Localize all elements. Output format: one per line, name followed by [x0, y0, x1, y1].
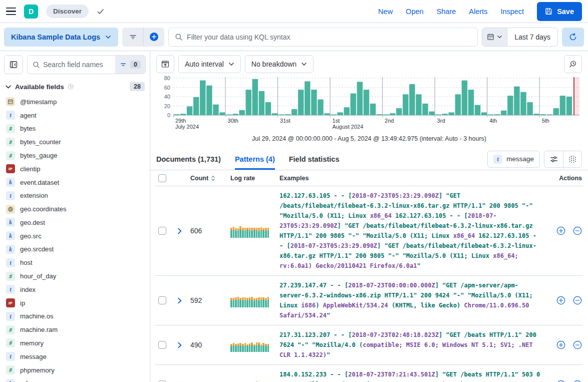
field-item-geo.dest[interactable]: kgeo.dest — [5, 216, 145, 229]
pattern-row: 59227.239.147.47 - - [2018-07-23T00:00:0… — [155, 276, 583, 325]
date-picker-calendar-button[interactable] — [482, 28, 507, 46]
field-search-input[interactable] — [43, 61, 115, 69]
row-checkbox[interactable] — [158, 296, 166, 304]
filter-for-pattern-icon[interactable] — [556, 296, 565, 305]
available-fields-label: Available fields — [15, 83, 64, 91]
pattern-example: 162.127.63.105 - - [2018-07-23T05:23:29.… — [279, 191, 551, 271]
data-view-picker[interactable]: Kibana Sample Data Logs — [4, 28, 118, 47]
svg-text:5th: 5th — [542, 118, 549, 124]
svg-text:40: 40 — [164, 94, 170, 100]
expand-row-chevron-icon[interactable] — [173, 378, 185, 382]
field-name: extension — [20, 192, 48, 199]
field-item-host[interactable]: thost — [5, 256, 145, 269]
search-icon — [28, 61, 43, 69]
date-picker: Last 7 days — [482, 28, 558, 47]
nav-link-alerts[interactable]: Alerts — [469, 8, 487, 16]
column-count[interactable]: Count — [190, 175, 230, 182]
field-filters-button[interactable]: 0 — [115, 56, 145, 74]
filter-for-pattern-icon[interactable] — [556, 340, 565, 349]
chevron-down-icon — [228, 61, 234, 67]
nav-link-new[interactable]: New — [378, 8, 393, 16]
toggle-chart-button[interactable] — [156, 55, 174, 73]
field-item-index[interactable]: tindex — [5, 283, 145, 296]
time-range-value[interactable]: Last 7 days — [507, 28, 557, 46]
expand-row-chevron-icon[interactable] — [173, 339, 185, 351]
field-item-geo.src[interactable]: kgeo.src — [5, 229, 145, 243]
field-item-memory[interactable]: #memory — [5, 336, 145, 350]
filter-for-pattern-icon[interactable] — [556, 226, 565, 235]
chevron-down-icon — [105, 34, 111, 40]
field-item-message[interactable]: tmessage — [5, 350, 145, 363]
filter-icon[interactable] — [122, 28, 143, 47]
svg-text:July 2024: July 2024 — [175, 124, 199, 130]
nav-link-open[interactable]: Open — [406, 8, 423, 16]
refresh-icon — [569, 33, 577, 41]
field-item-bytes_gauge[interactable]: #bytes_gauge — [5, 149, 145, 162]
log-rate-sparkline — [230, 377, 272, 382]
pattern-field-value: message — [506, 155, 534, 163]
available-fields-header[interactable]: Available fields 28 — [5, 82, 145, 91]
results-tabs: Documents (1,731) Patterns (4) Field sta… — [150, 148, 588, 170]
field-item-geo.coordinates[interactable]: geo.coordinates — [5, 202, 145, 216]
field-item-agent[interactable]: tagent — [5, 109, 145, 122]
keyword-field-icon: k — [6, 379, 15, 382]
field-item-@timestamp[interactable]: @timestamp — [5, 95, 145, 109]
field-item-bytes_counter[interactable]: #bytes_counter — [5, 135, 145, 149]
refresh-button[interactable] — [562, 28, 584, 47]
expand-icon[interactable] — [563, 151, 581, 167]
field-name: phpmemory — [20, 366, 55, 374]
field-item-hour_of_day[interactable]: #hour_of_day — [5, 269, 145, 283]
sliders-icon[interactable] — [544, 151, 563, 167]
field-name: bytes_counter — [20, 138, 61, 146]
breadcrumb[interactable]: Discover — [46, 5, 89, 18]
filter-out-pattern-icon[interactable] — [573, 226, 582, 235]
field-item-referer[interactable]: kreferer — [5, 376, 145, 382]
nav-link-share[interactable]: Share — [437, 8, 456, 16]
add-filter-icon[interactable] — [143, 28, 164, 47]
filter-out-pattern-icon[interactable] — [573, 340, 582, 349]
field-name: memory — [20, 339, 44, 347]
breakdown-dropdown[interactable]: No breakdown — [245, 55, 314, 73]
expand-row-chevron-icon[interactable] — [173, 225, 185, 237]
field-item-machine.os[interactable]: tmachine.os — [5, 310, 145, 323]
app-logo: D — [24, 5, 38, 19]
field-item-bytes[interactable]: #bytes — [5, 122, 145, 136]
svg-text:29th: 29th — [175, 118, 186, 124]
expand-row-chevron-icon[interactable] — [173, 294, 185, 306]
field-name: geo.coordinates — [20, 205, 67, 213]
tab-field-statistics[interactable]: Field statistics — [289, 148, 340, 170]
collapse-sidebar-button[interactable] — [4, 55, 23, 74]
field-item-phpmemory[interactable]: #phpmemory — [5, 363, 145, 377]
field-item-clientip[interactable]: IPclientip — [5, 162, 145, 176]
filter-out-pattern-icon[interactable] — [573, 380, 582, 382]
number-field-icon: # — [6, 338, 15, 347]
tab-documents[interactable]: Documents (1,731) — [156, 148, 221, 170]
field-item-extension[interactable]: textension — [5, 189, 145, 202]
field-item-ip[interactable]: IPip — [5, 296, 145, 310]
geo-point-field-icon — [6, 205, 15, 214]
field-item-machine.ram[interactable]: #machine.ram — [5, 323, 145, 336]
select-all-checkbox[interactable] — [158, 174, 166, 182]
pattern-field-selector[interactable]: t message — [487, 151, 540, 168]
top-header: D Discover NewOpenShareAlertsInspect Sav… — [0, 0, 588, 23]
filter-for-pattern-icon[interactable] — [556, 380, 565, 382]
filter-out-pattern-icon[interactable] — [573, 296, 582, 305]
save-button[interactable]: Save — [537, 2, 582, 21]
nav-link-inspect[interactable]: Inspect — [500, 8, 524, 16]
row-checkbox[interactable] — [158, 341, 166, 349]
number-field-icon: # — [6, 325, 15, 334]
tab-patterns[interactable]: Patterns (4) — [235, 148, 275, 170]
ip-field-icon: IP — [6, 164, 15, 173]
field-item-event.dataset[interactable]: kevent.dataset — [5, 176, 145, 189]
pattern-example: 27.239.147.47 - - [2018-07-23T00:00:00.0… — [279, 280, 551, 320]
zoom-time-button[interactable] — [564, 55, 582, 73]
row-checkbox[interactable] — [158, 227, 166, 235]
svg-text:3rd: 3rd — [437, 118, 445, 124]
svg-text:2nd: 2nd — [385, 118, 394, 124]
field-item-geo.srcdest[interactable]: kgeo.srcdest — [5, 243, 145, 256]
query-toolbar: Kibana Sample Data Logs Last 7 days — [0, 23, 588, 51]
interval-dropdown[interactable]: Auto interval — [178, 55, 241, 73]
histogram-chart[interactable]: 02040608029thJuly 202430th31st1stAugust … — [156, 75, 581, 131]
menu-icon[interactable] — [6, 8, 16, 16]
kql-search-input[interactable] — [187, 33, 471, 41]
